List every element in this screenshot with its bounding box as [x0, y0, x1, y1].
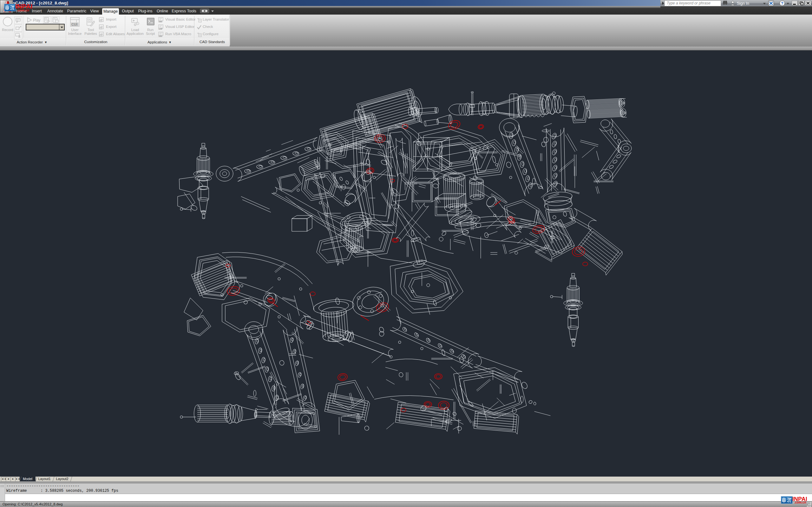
svg-text:Play: Play	[33, 18, 40, 22]
svg-text:?: ?	[781, 1, 783, 6]
svg-text:VBA: VBA	[159, 35, 162, 37]
svg-text:VBA: VBA	[159, 20, 162, 22]
svg-text:Sign In: Sign In	[737, 1, 749, 6]
svg-text:LISP: LISP	[159, 28, 163, 30]
svg-text:Type a keyword or phrase: Type a keyword or phrase	[667, 1, 711, 5]
svg-text:CUI: CUI	[71, 22, 78, 26]
